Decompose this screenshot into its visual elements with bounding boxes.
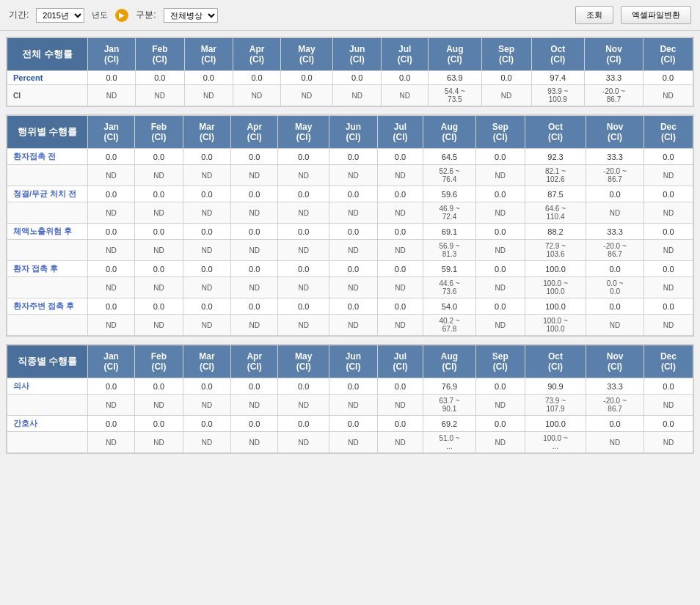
list-item: 0.0 xyxy=(231,224,278,240)
action-col-may: May(CI) xyxy=(278,116,329,149)
list-item: 0.0 xyxy=(278,298,329,315)
list-item: ND xyxy=(183,395,231,416)
ci-mar: ND xyxy=(184,85,233,106)
list-item: ND xyxy=(88,432,135,453)
list-item: 0.0 xyxy=(329,186,378,202)
list-item: 0.0 xyxy=(329,416,378,432)
percent-mar: 0.0 xyxy=(184,71,233,85)
col-dec-header: Dec(CI) xyxy=(643,38,693,71)
list-item: 54.0 xyxy=(423,298,475,315)
list-item: ND xyxy=(278,432,329,453)
percent-jan: 0.0 xyxy=(88,71,136,85)
list-item: ND xyxy=(278,277,329,298)
list-item: 0.0 xyxy=(586,298,644,315)
action-col-nov: Nov(CI) xyxy=(586,116,644,149)
jobtype-col-jul: Jul(CI) xyxy=(377,345,423,378)
list-item: 0.0 xyxy=(135,186,183,202)
list-item: 0.0 xyxy=(231,149,278,165)
table-row: NDNDNDNDNDNDND52.6 ~ 76.4ND82.1 ~ 102.6-… xyxy=(7,165,693,186)
list-item: 0.0 xyxy=(377,261,423,277)
list-item: ND xyxy=(644,165,693,186)
list-item: 0.0 xyxy=(88,416,135,432)
ci-feb: ND xyxy=(136,85,185,106)
list-item: ND xyxy=(586,202,644,224)
ci-empty-label xyxy=(7,315,88,336)
list-item: 0.0 xyxy=(183,261,231,277)
ci-may: ND xyxy=(281,85,333,106)
list-item: 0.0 xyxy=(135,378,183,395)
list-item: 0.0 xyxy=(231,298,278,315)
ci-empty-label xyxy=(7,240,88,261)
jobtype-section: 직종별 수행률 Jan(CI) Feb(CI) Mar(CI) Apr(CI) … xyxy=(6,344,694,454)
list-item: 0.0 xyxy=(644,224,693,240)
table-row: NDNDNDNDNDNDND51.0 ~ ...ND100.0 ~ ...NDN… xyxy=(7,432,693,453)
action-col-jun: Jun(CI) xyxy=(329,116,378,149)
list-item: 0.0 xyxy=(377,416,423,432)
list-item: ND xyxy=(475,395,525,416)
list-item: ND xyxy=(475,315,525,336)
list-item: 0.0 xyxy=(231,378,278,395)
list-item: 40.2 ~ 67.8 xyxy=(423,315,475,336)
percent-jun: 0.0 xyxy=(332,71,382,85)
list-item: -20.0 ~ 86.7 xyxy=(586,395,644,416)
percent-oct: 97.4 xyxy=(531,71,585,85)
list-item: 100.0 xyxy=(525,416,586,432)
list-item: ND xyxy=(183,277,231,298)
division-label: 구분: xyxy=(136,9,156,21)
division-select[interactable]: 전체병상 xyxy=(164,8,218,23)
jobtype-col-may: May(CI) xyxy=(278,345,329,378)
list-item: 0.0 xyxy=(475,224,525,240)
action-col-feb: Feb(CI) xyxy=(135,116,183,149)
percent-dec: 0.0 xyxy=(643,71,693,85)
list-item: ND xyxy=(231,395,278,416)
list-item: 0.0 xyxy=(644,261,693,277)
list-item: ND xyxy=(644,202,693,224)
action-col-dec: Dec(CI) xyxy=(644,116,693,149)
overall-section: 전체 수행률 Jan(CI) Feb(CI) Mar(CI) Apr(CI) M… xyxy=(6,37,694,107)
list-item: 0.0 xyxy=(644,186,693,202)
list-item: 0.0 xyxy=(231,186,278,202)
percent-jul: 0.0 xyxy=(382,71,429,85)
list-item: ND xyxy=(135,395,183,416)
col-jun-header: Jun(CI) xyxy=(332,38,382,71)
year-select[interactable]: 2015년 xyxy=(36,8,84,23)
top-bar: 기간: 2015년 년도 ▶ 구분: 전체병상 조회 엑셀파일변환 xyxy=(0,0,700,31)
list-item: 0.0 xyxy=(475,378,525,395)
jobtype-col-sep: Sep(CI) xyxy=(475,345,525,378)
list-item: ND xyxy=(329,240,378,261)
list-item: 0.0 xyxy=(475,149,525,165)
excel-button[interactable]: 엑셀파일변환 xyxy=(621,6,691,24)
list-item: 87.5 xyxy=(525,186,586,202)
list-item: ND xyxy=(475,202,525,224)
table-row: 체액노출위험 후0.00.00.00.00.00.00.069.10.088.2… xyxy=(7,224,693,240)
ci-jul: ND xyxy=(382,85,429,106)
list-item: 92.3 xyxy=(525,149,586,165)
col-mar-header: Mar(CI) xyxy=(184,38,233,71)
list-item: 0.0 xyxy=(231,261,278,277)
nav-icon[interactable]: ▶ xyxy=(115,9,128,22)
col-jan-header: Jan(CI) xyxy=(88,38,136,71)
list-item: 0.0 xyxy=(135,149,183,165)
list-item: ND xyxy=(475,165,525,186)
category-label: 체액노출위험 후 xyxy=(7,224,88,240)
ci-empty-label xyxy=(7,395,88,416)
category-label: 환자주변 접촉 후 xyxy=(7,298,88,315)
list-item: ND xyxy=(183,315,231,336)
list-item: 0.0 xyxy=(88,261,135,277)
percent-nov: 33.3 xyxy=(585,71,644,85)
list-item: ND xyxy=(329,165,378,186)
list-item: ND xyxy=(88,165,135,186)
table-row: 의사0.00.00.00.00.00.00.076.90.090.933.30.… xyxy=(7,378,693,395)
percent-may: 0.0 xyxy=(281,71,333,85)
list-item: 0.0 xyxy=(88,186,135,202)
list-item: 100.0 xyxy=(525,261,586,277)
overall-percent-row: Percent 0.0 0.0 0.0 0.0 0.0 0.0 0.0 63.9… xyxy=(7,71,693,85)
overall-header-row: 전체 수행률 Jan(CI) Feb(CI) Mar(CI) Apr(CI) M… xyxy=(7,38,693,71)
list-item: 0.0 xyxy=(278,149,329,165)
list-item: 0.0 xyxy=(644,149,693,165)
search-button[interactable]: 조회 xyxy=(575,6,613,24)
list-item: ND xyxy=(278,240,329,261)
ci-nov: -20.0 ~ 86.7 xyxy=(585,85,644,106)
list-item: 69.1 xyxy=(423,224,475,240)
list-item: 0.0 xyxy=(586,416,644,432)
